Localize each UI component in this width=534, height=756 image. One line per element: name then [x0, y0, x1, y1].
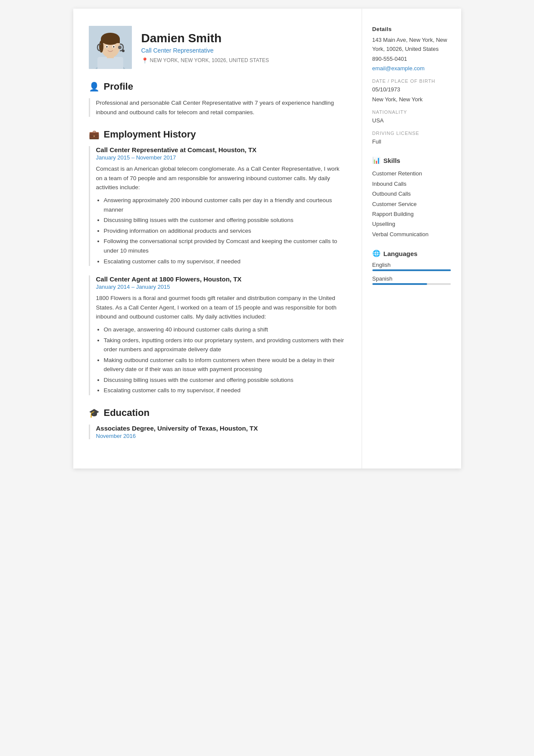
profile-section: 👤 Profile Professional and personable Ca…	[89, 81, 346, 117]
sidebar-birthplace: New York, New York	[372, 95, 451, 104]
bullet-item: Discussing billing issues with the custo…	[104, 375, 346, 385]
language-item-spanish: Spanish	[372, 275, 451, 285]
sidebar-address: 143 Main Ave, New York, New York, 10026,…	[372, 36, 451, 54]
languages-title: 🌐 Languages	[372, 250, 451, 257]
resume-header: Damien Smith Call Center Representative …	[89, 26, 346, 69]
languages-section: 🌐 Languages English Spanish	[372, 250, 451, 285]
employment-section: 💼 Employment History Call Center Represe…	[89, 129, 346, 395]
sidebar-dob: 05/10/1973	[372, 85, 451, 94]
job-entry-1: Call Center Representative at Comcast, H…	[89, 146, 346, 266]
details-title: Details	[372, 26, 451, 32]
education-section-title: 🎓 Education	[89, 407, 346, 419]
driving-label: DRIVING LICENSE	[372, 131, 451, 136]
skill-item: Rapport Building	[372, 209, 451, 219]
svg-point-13	[122, 50, 125, 52]
skill-item: Customer Service	[372, 199, 451, 209]
bullet-item: Escalating customer calls to my supervis…	[104, 386, 346, 395]
svg-point-10	[106, 46, 107, 48]
bullet-item: Taking orders, inputting orders into our…	[104, 336, 346, 354]
bullet-item: Providing information on additional prod…	[104, 226, 346, 236]
job-bullets-2: On average, answering 40 inbound custome…	[96, 325, 346, 395]
sidebar-phone: 890-555-0401	[372, 55, 451, 64]
job-desc-1: Comcast is an American global telecom co…	[96, 164, 346, 192]
language-bar-bg	[372, 269, 451, 271]
employment-icon: 💼	[89, 129, 100, 140]
profile-text: Professional and personable Call Center …	[89, 98, 346, 117]
edu-degree: Associates Degree, University of Texas, …	[96, 425, 346, 432]
job-title-2: Call Center Agent at 1800 Flowers, Houst…	[96, 275, 346, 283]
sidebar-driving: Full	[372, 137, 451, 147]
employment-section-title: 💼 Employment History	[89, 129, 346, 140]
edu-date: November 2016	[96, 433, 346, 439]
bullet-item: On average, answering 40 inbound custome…	[104, 325, 346, 334]
language-bar-bg	[372, 283, 451, 285]
language-bar-fill	[372, 269, 451, 271]
header-info: Damien Smith Call Center Representative …	[141, 31, 269, 64]
details-section: Details 143 Main Ave, New York, New York…	[372, 26, 451, 146]
profile-section-title: 👤 Profile	[89, 81, 346, 92]
skills-title: 📊 Skills	[372, 156, 451, 164]
job-entry-2: Call Center Agent at 1800 Flowers, Houst…	[89, 275, 346, 395]
job-dates-2: January 2014 – January 2015	[96, 284, 346, 290]
language-name: Spanish	[372, 275, 451, 282]
email-link[interactable]: email@example.com	[372, 65, 425, 72]
language-item-english: English	[372, 262, 451, 271]
language-bar-fill	[372, 283, 427, 285]
sidebar: Details 143 Main Ave, New York, New York…	[362, 9, 461, 469]
svg-rect-2	[97, 57, 123, 69]
job-dates-1: January 2015 – November 2017	[96, 154, 346, 161]
bullet-item: Making outbound customer calls to inform…	[104, 356, 346, 374]
candidate-name: Damien Smith	[141, 31, 269, 45]
candidate-location: 📍 NEW YORK, NEW YORK, 10026, UNITED STAT…	[141, 57, 269, 64]
job-desc-2: 1800 Flowers is a floral and gourmet foo…	[96, 294, 346, 322]
job-bullets-1: Answering approximately 200 inbound cust…	[96, 196, 346, 266]
skills-icon: 📊	[372, 156, 381, 164]
sidebar-email: email@example.com	[372, 64, 451, 73]
education-icon: 🎓	[89, 408, 100, 418]
skills-section: 📊 Skills Customer Retention Inbound Call…	[372, 156, 451, 239]
svg-point-11	[113, 46, 114, 48]
languages-icon: 🌐	[372, 250, 381, 257]
skill-item: Customer Retention	[372, 169, 451, 178]
dob-label: DATE / PLACE OF BIRTH	[372, 78, 451, 84]
sidebar-nationality: USA	[372, 116, 451, 125]
skill-item: Inbound Calls	[372, 179, 451, 189]
candidate-title: Call Center Representative	[141, 47, 269, 54]
bullet-item: Discussing billing issues with the custo…	[104, 216, 346, 225]
avatar	[89, 26, 132, 69]
skill-item: Verbal Communication	[372, 229, 451, 239]
main-column: Damien Smith Call Center Representative …	[73, 9, 362, 469]
skill-item: Upselling	[372, 219, 451, 229]
edu-entry-1: Associates Degree, University of Texas, …	[89, 425, 346, 439]
job-title-1: Call Center Representative at Comcast, H…	[96, 146, 346, 153]
education-section: 🎓 Education Associates Degree, Universit…	[89, 407, 346, 439]
svg-rect-6	[101, 39, 120, 43]
svg-point-12	[118, 46, 122, 49]
nationality-label: NATIONALITY	[372, 109, 451, 115]
bullet-item: Following the conversational script prov…	[104, 237, 346, 255]
profile-icon: 👤	[89, 81, 100, 92]
location-icon: 📍	[141, 57, 148, 64]
bullet-item: Answering approximately 200 inbound cust…	[104, 196, 346, 214]
language-name: English	[372, 262, 451, 268]
skill-item: Outbound Calls	[372, 189, 451, 199]
resume-page: Damien Smith Call Center Representative …	[73, 9, 461, 469]
bullet-item: Escalating customer calls to my supervis…	[104, 257, 346, 266]
